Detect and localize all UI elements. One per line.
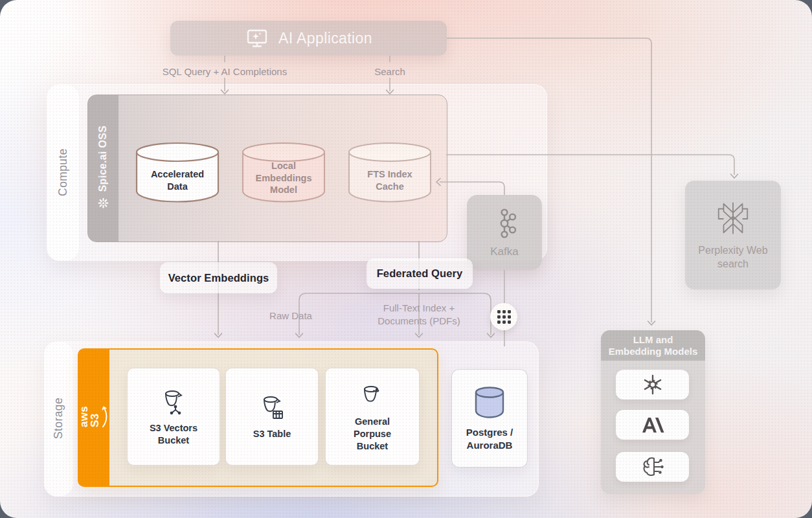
architecture-diagram: Compute Storage Spice.ai OSS	[0, 0, 812, 518]
storage-label: Storage	[52, 398, 65, 439]
perplexity-label: Perplexity Web search	[697, 244, 769, 271]
aws-s3-title-group: aws S3	[78, 405, 108, 427]
card-label: General Porpuse Bucket	[330, 416, 414, 453]
anthropic-icon	[640, 416, 666, 434]
arrowhead-llm	[648, 321, 655, 325]
arrowhead-postgres	[488, 333, 495, 337]
database-cylinder-icon	[469, 385, 510, 420]
aws-s3-title: aws S3	[78, 405, 100, 427]
store-label: Local Embeddings Model	[247, 156, 321, 200]
spice-gear-icon	[98, 197, 109, 208]
monitor-sparkle-icon	[245, 28, 269, 49]
general-purpose-bucket-card: General Porpuse Bucket	[325, 368, 420, 466]
aws-smile-arrow-icon	[102, 405, 108, 427]
model-card-openai	[616, 370, 689, 400]
arrowhead-perplexity	[731, 174, 738, 178]
compute-label: Compute	[56, 148, 70, 196]
bucket-vector-icon	[159, 387, 188, 416]
bucket-icon	[358, 381, 387, 409]
s3-table-card: S3 Table	[225, 368, 319, 466]
spice-oss-title-group: Spice.ai OSS	[97, 126, 109, 208]
flow-label-sql: SQL Query + AI Completions	[147, 66, 302, 77]
s3-vectors-bucket-card: S3 Vectors Bucket	[127, 368, 220, 466]
perplexity-box: Perplexity Web search	[685, 181, 781, 289]
store-label: FTS Index Cache	[353, 161, 427, 200]
flow-label-raw-data: Raw Data	[253, 310, 329, 322]
card-label: S3 Table	[247, 428, 298, 440]
dot-grid-icon	[497, 310, 511, 324]
ai-application-box: AI Application	[170, 21, 447, 56]
llm-models-header: LLM and Embedding Models	[601, 330, 705, 361]
card-label: S3 Vectors Bucket	[128, 422, 220, 447]
arrowhead-fulltext	[416, 333, 423, 337]
vector-embeddings-tag: Vector Embeddings	[160, 262, 277, 293]
spice-oss-title: Spice.ai OSS	[97, 126, 109, 192]
arrowhead-vector	[215, 333, 222, 337]
flow-label-fulltext: Full-Text Index + Documents (PDFs)	[364, 302, 474, 327]
perplexity-icon	[714, 199, 752, 238]
kafka-label: Kafka	[490, 245, 518, 258]
local-embeddings-model-store: Local Embeddings Model	[242, 142, 326, 203]
postgres-label: Postgres / AuroraDB	[458, 426, 521, 451]
cdc-connector-badge	[490, 303, 517, 330]
kafka-icon	[490, 207, 519, 240]
fts-index-cache-store: FTS Index Cache	[348, 142, 432, 203]
llm-models-panel: LLM and Embedding Models	[601, 330, 705, 494]
arrowhead-raw-data	[296, 333, 303, 337]
model-card-anthropic	[616, 410, 689, 440]
federated-query-tag: Federated Query	[367, 258, 473, 289]
store-label: Accelerated Data	[141, 161, 214, 200]
brain-circuit-icon	[642, 456, 664, 477]
accelerated-data-store: Accelerated Data	[135, 142, 220, 203]
kafka-box: Kafka	[467, 195, 542, 270]
openai-icon	[642, 374, 664, 396]
bucket-table-icon	[258, 393, 286, 422]
model-card-ai	[616, 452, 689, 482]
ai-application-title: AI Application	[278, 30, 372, 47]
flow-label-search: Search	[357, 66, 422, 77]
postgres-aurora-card: Postgres / AuroraDB	[451, 369, 528, 467]
